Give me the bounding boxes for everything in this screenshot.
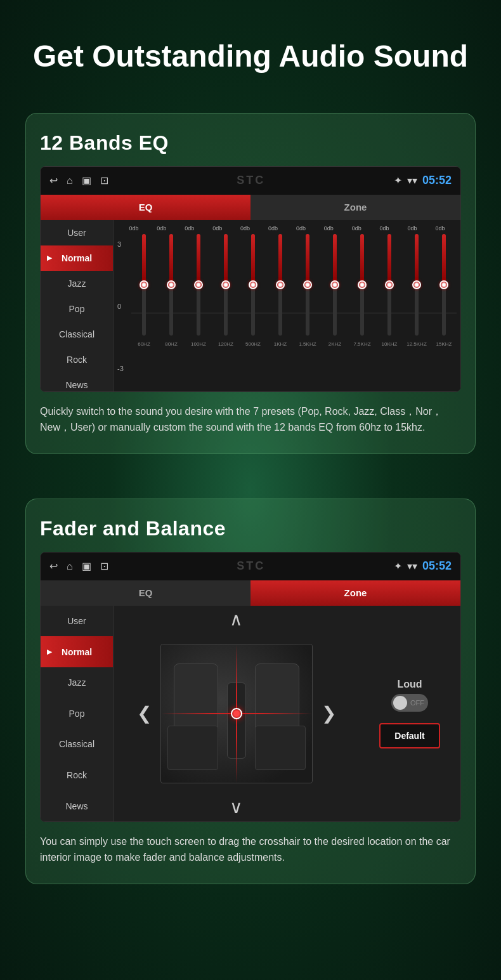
eq-freq-11: 15KHZ — [436, 341, 452, 347]
fader-preset-news[interactable]: News — [41, 790, 113, 821]
zone-middle-row: ❮ — [119, 644, 354, 783]
eq-freq-9: 10KHZ — [382, 341, 398, 347]
eq-band-track-8 — [360, 234, 364, 336]
eq-db-2: 0db — [176, 225, 203, 232]
eq-band-knob-4 — [249, 280, 257, 289]
toggle-off-text: OFF — [410, 699, 424, 707]
eq-band-fill-8 — [360, 234, 364, 285]
eq-brand-label: STC — [237, 174, 265, 187]
wifi-icon: ▾▾ — [407, 174, 417, 186]
eq-band-5[interactable]: 1KHZ — [268, 234, 293, 348]
eq-band-knob-5 — [276, 280, 285, 289]
eq-band-fill-5 — [278, 234, 282, 285]
window-icon[interactable]: ▣ — [82, 174, 91, 186]
eq-y-axis: 3 0 -3 — [117, 234, 131, 391]
eq-band-knob-3 — [221, 280, 230, 289]
eq-band-track-2 — [197, 234, 200, 336]
eq-description: Quickly switch to the sound you desire w… — [40, 403, 461, 436]
back-icon[interactable]: ↩ — [49, 174, 58, 186]
zone-up-arrow[interactable]: ∧ — [230, 611, 243, 629]
eq-freq-3: 120HZ — [218, 341, 233, 347]
eq-band-track-10 — [415, 234, 419, 336]
fader-screenshot-icon[interactable]: ⊡ — [100, 560, 108, 572]
eq-y-mid: 0 — [117, 303, 129, 310]
eq-band-knob-2 — [194, 280, 203, 289]
eq-db-5: 0db — [259, 225, 286, 232]
eq-freq-1: 80HZ — [165, 341, 178, 347]
zone-down-arrow[interactable]: ∨ — [230, 799, 243, 816]
fader-status-right: ✦ ▾▾ 05:52 — [394, 559, 452, 573]
eq-freq-4: 500HZ — [245, 341, 261, 347]
eq-db-8: 0db — [343, 225, 370, 232]
fader-preset-rock[interactable]: Rock — [41, 760, 113, 791]
eq-db-3: 0db — [204, 225, 231, 232]
eq-freq-7: 2KHZ — [329, 341, 341, 347]
eq-db-6: 0db — [287, 225, 314, 232]
screenshot-icon[interactable]: ⊡ — [100, 174, 108, 186]
eq-band-track-5 — [278, 234, 282, 336]
eq-status-bar: ↩ ⌂ ▣ ⊡ STC ✦ ▾▾ 05:52 — [41, 167, 460, 195]
fader-preset-classical[interactable]: Classical — [41, 729, 113, 760]
tab-eq[interactable]: EQ — [41, 195, 251, 220]
home-icon[interactable]: ⌂ — [67, 175, 73, 186]
default-button[interactable]: Default — [379, 723, 439, 748]
eq-band-11[interactable]: 15KHZ — [431, 234, 457, 348]
preset-pop[interactable]: Pop — [41, 296, 113, 322]
eq-band-8[interactable]: 7.5KHZ — [349, 234, 375, 348]
fader-preset-user[interactable]: User — [41, 606, 113, 637]
eq-freq-10: 12.5KHZ — [407, 341, 427, 347]
preset-news[interactable]: News — [41, 372, 113, 392]
loud-toggle[interactable]: OFF — [391, 694, 428, 712]
eq-band-knob-10 — [412, 280, 421, 289]
eq-band-10[interactable]: 12.5KHZ — [404, 234, 429, 348]
fader-preset-pop[interactable]: Pop — [41, 698, 113, 729]
eq-bands-relative: 60HZ 80HZ — [131, 234, 457, 391]
preset-classical[interactable]: Classical — [41, 322, 113, 347]
eq-db-4: 0db — [232, 225, 259, 232]
eq-db-11: 0db — [427, 225, 453, 232]
preset-rock[interactable]: Rock — [41, 347, 113, 372]
eq-band-9[interactable]: 10KHZ — [377, 234, 402, 348]
eq-band-1[interactable]: 80HZ — [159, 234, 184, 348]
preset-user[interactable]: User — [41, 220, 113, 245]
eq-band-fill-0 — [142, 234, 146, 285]
fader-window-icon[interactable]: ▣ — [82, 560, 91, 572]
eq-freq-0: 60HZ — [138, 341, 150, 347]
eq-band-2[interactable]: 100HZ — [186, 234, 211, 348]
eq-db-labels-row: 0db 0db 0db 0db 0db 0db 0db 0db 0db 0db … — [117, 225, 457, 232]
fader-bluetooth-icon: ✦ — [394, 560, 402, 572]
eq-band-fill-9 — [387, 234, 391, 285]
fader-brand-label: STC — [237, 559, 265, 573]
eq-band-3[interactable]: 120HZ — [213, 234, 238, 348]
fader-home-icon[interactable]: ⌂ — [67, 561, 73, 572]
fader-back-icon[interactable]: ↩ — [49, 560, 58, 572]
loud-section: Loud OFF — [391, 679, 428, 712]
fader-card: Fader and Balance ↩ ⌂ ▣ ⊡ STC ✦ ▾▾ 05:52 — [25, 499, 476, 884]
toggle-knob — [393, 696, 407, 710]
eq-db-1: 0db — [148, 225, 175, 232]
zone-left-arrow[interactable]: ❮ — [134, 700, 154, 726]
eq-freq-5: 1KHZ — [274, 341, 287, 347]
eq-db-9: 0db — [371, 225, 398, 232]
fader-preset-jazz[interactable]: Jazz — [41, 667, 113, 698]
eq-freq-6: 1.5KHZ — [299, 341, 316, 347]
eq-band-track-1 — [169, 234, 173, 336]
eq-bands-container: 3 0 -3 — [117, 234, 457, 391]
crosshair-dot[interactable] — [231, 708, 242, 719]
fader-tab-zone[interactable]: Zone — [251, 580, 460, 606]
fader-preset-normal[interactable]: Normal — [41, 636, 113, 667]
eq-status-right: ✦ ▾▾ 05:52 — [394, 174, 452, 187]
eq-band-fill-11 — [442, 234, 446, 285]
preset-jazz[interactable]: Jazz — [41, 271, 113, 296]
eq-band-fill-3 — [224, 234, 228, 285]
eq-band-fill-6 — [306, 234, 309, 285]
tab-zone[interactable]: Zone — [251, 195, 460, 220]
zone-car-image — [160, 644, 313, 783]
fader-tab-eq[interactable]: EQ — [41, 580, 251, 606]
eq-band-0[interactable]: 60HZ — [131, 234, 157, 348]
eq-band-6[interactable]: 1.5KHZ — [295, 234, 320, 348]
zone-right-arrow[interactable]: ❯ — [319, 700, 339, 726]
eq-band-4[interactable]: 500HZ — [240, 234, 266, 348]
preset-normal[interactable]: Normal — [41, 245, 113, 271]
eq-band-7[interactable]: 2KHZ — [322, 234, 348, 348]
